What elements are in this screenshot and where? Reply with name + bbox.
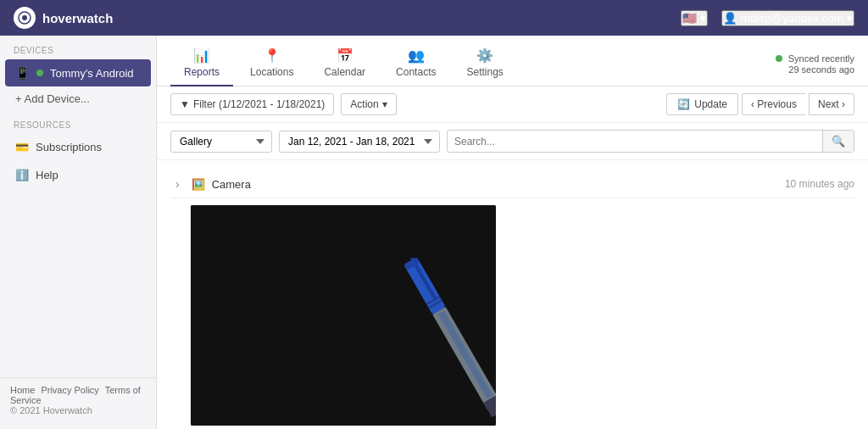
search-icon: 🔍 (832, 135, 845, 148)
next-button[interactable]: Next › (809, 93, 854, 115)
tab-locations[interactable]: 📍 Locations (236, 42, 307, 86)
camera-image-icon: 🖼️ (192, 178, 205, 191)
sidebar-item-subscriptions[interactable]: 💳 Subscriptions (5, 134, 151, 160)
next-label: Next (818, 98, 839, 110)
toolbar-right: 🔄 Update ‹ Previous Next › (666, 93, 854, 115)
calendar-icon: 📅 (337, 47, 353, 64)
tab-reports[interactable]: 📊 Reports (170, 42, 233, 86)
footer-home-link[interactable]: Home (10, 385, 35, 395)
sync-label: Synced recently (788, 53, 854, 64)
flag-dropdown-icon: ▾ (700, 12, 706, 25)
update-refresh-icon: 🔄 (677, 98, 690, 110)
action-label: Action (350, 98, 378, 110)
user-email: mblsp@yandex.com (741, 12, 843, 25)
tab-locations-label: Locations (250, 66, 293, 78)
pen-photo-svg (191, 205, 496, 426)
sidebar: DEVICES 📱 Tommy's Android + Add Device..… (0, 36, 157, 429)
add-device-label: + Add Device... (15, 92, 90, 105)
svg-point-1 (22, 15, 27, 20)
sync-status: Synced recently 29 seconds ago (776, 53, 854, 75)
settings-icon: ⚙️ (476, 47, 493, 64)
filter-row: Gallery Jan 12, 2021 - Jan 18, 2021 🔍 (157, 123, 868, 160)
toolbar-left: ▼ Filter (1/12/2021 - 1/18/2021) Action … (170, 93, 397, 115)
date-range-select[interactable]: Jan 12, 2021 - Jan 18, 2021 (279, 131, 440, 153)
add-device-button[interactable]: + Add Device... (5, 87, 151, 110)
content-area: 📊 Reports 📍 Locations 📅 Calendar 👥 Conta… (157, 36, 868, 429)
tab-settings[interactable]: ⚙️ Settings (453, 42, 516, 86)
gallery-select[interactable]: Gallery (170, 131, 272, 153)
camera-expand-1: › 🖼️ Camera (170, 176, 251, 192)
tabs-bar: 📊 Reports 📍 Locations 📅 Calendar 👥 Conta… (157, 36, 868, 86)
locations-icon: 📍 (264, 47, 281, 64)
expand-arrow-icon[interactable]: › (170, 176, 185, 192)
previous-button[interactable]: ‹ Previous (742, 93, 805, 115)
device-icon: 📱 (15, 66, 30, 80)
sidebar-item-help[interactable]: ℹ️ Help (5, 162, 151, 188)
subscriptions-icon: 💳 (15, 141, 29, 153)
toolbar: ▼ Filter (1/12/2021 - 1/18/2021) Action … (157, 86, 868, 123)
reports-icon: 📊 (193, 47, 210, 64)
previous-label: Previous (757, 98, 797, 110)
camera-time-1: 10 minutes ago (785, 178, 854, 190)
sync-dot (776, 55, 782, 62)
camera-section-1: › 🖼️ Camera 10 minutes ago (170, 170, 854, 429)
camera-title-1: 🖼️ Camera (192, 178, 251, 191)
filter-label: Filter (1/12/2021 - 1/18/2021) (193, 98, 325, 110)
camera-header-1: › 🖼️ Camera 10 minutes ago (170, 170, 854, 198)
update-label: Update (694, 98, 727, 110)
sync-time: 29 seconds ago (788, 64, 854, 75)
tab-calendar-label: Calendar (324, 66, 365, 78)
tab-reports-label: Reports (184, 66, 220, 78)
search-box: 🔍 (447, 130, 854, 153)
tab-contacts-label: Contacts (396, 66, 436, 78)
tab-calendar[interactable]: 📅 Calendar (310, 42, 379, 86)
user-icon: 👤 (723, 12, 737, 25)
gallery-content: › 🖼️ Camera 10 minutes ago (157, 160, 868, 429)
camera-label-1: Camera (212, 178, 251, 191)
sidebar-item-device[interactable]: 📱 Tommy's Android (5, 59, 151, 86)
action-dropdown-icon: ▾ (382, 98, 387, 110)
flag-button[interactable]: 🇺🇸 ▾ (681, 10, 708, 26)
filter-button[interactable]: ▼ Filter (1/12/2021 - 1/18/2021) (170, 93, 334, 115)
resources-section-label: RESOURCES (0, 110, 156, 133)
user-dropdown-icon: ▾ (847, 12, 853, 25)
device-name: Tommy's Android (50, 67, 134, 80)
logo-icon (14, 7, 36, 29)
top-nav-right: 🇺🇸 ▾ 👤 mblsp@yandex.com ▾ (681, 10, 854, 26)
top-nav: hoverwatch 🇺🇸 ▾ 👤 mblsp@yandex.com ▾ (0, 0, 868, 36)
user-account-button[interactable]: 👤 mblsp@yandex.com ▾ (721, 10, 854, 26)
footer-copyright: © 2021 Hoverwatch (10, 405, 146, 415)
search-button[interactable]: 🔍 (822, 131, 854, 152)
photo-box-1 (191, 205, 496, 426)
help-label: Help (36, 169, 58, 181)
photo-container-1: ☆ ⬇ 📍 (191, 205, 854, 429)
help-icon: ℹ️ (15, 169, 29, 181)
chevron-left-icon: ‹ (751, 98, 754, 110)
chevron-right-icon: › (842, 98, 845, 110)
device-status-dot (36, 70, 43, 76)
sidebar-footer: Home Privacy Policy Terms of Service © 2… (0, 377, 156, 422)
logo-text: hoverwatch (42, 11, 113, 25)
search-input[interactable] (448, 131, 822, 152)
action-button[interactable]: Action ▾ (341, 93, 396, 115)
subscriptions-label: Subscriptions (36, 141, 102, 153)
tab-settings-label: Settings (466, 66, 503, 78)
main-layout: DEVICES 📱 Tommy's Android + Add Device..… (0, 36, 868, 429)
devices-section-label: DEVICES (0, 36, 156, 58)
tab-contacts[interactable]: 👥 Contacts (382, 42, 449, 86)
logo-area: hoverwatch (14, 7, 113, 29)
contacts-icon: 👥 (408, 47, 425, 64)
update-button[interactable]: 🔄 Update (666, 93, 738, 115)
footer-privacy-link[interactable]: Privacy Policy (41, 385, 98, 395)
filter-icon: ▼ (180, 98, 190, 110)
flag-icon: 🇺🇸 (682, 12, 697, 25)
